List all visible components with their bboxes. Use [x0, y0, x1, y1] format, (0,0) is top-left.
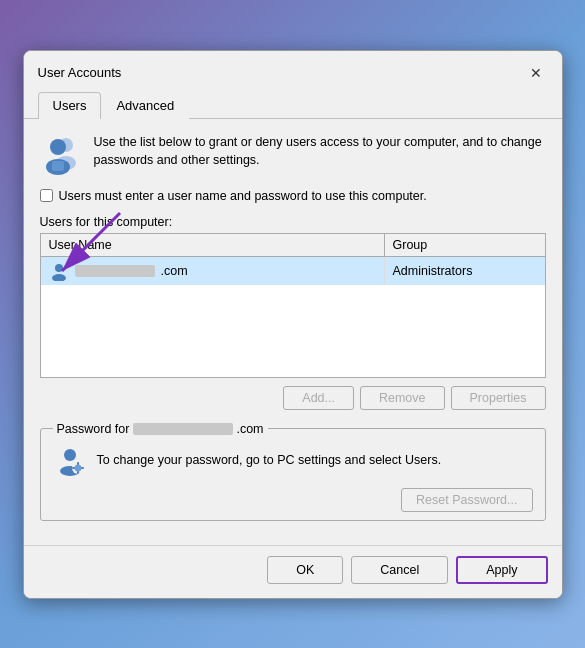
dialog-title: User Accounts — [38, 65, 122, 80]
action-buttons: Add... Remove Properties — [40, 386, 546, 410]
password-description: To change your password, go to PC settin… — [97, 452, 442, 470]
password-legend: Password for .com — [53, 422, 268, 436]
info-text: Use the list below to grant or deny user… — [94, 133, 546, 171]
checkbox-row: Users must enter a user name and passwor… — [40, 189, 546, 203]
checkbox-label: Users must enter a user name and passwor… — [59, 189, 427, 203]
tab-users[interactable]: Users — [38, 92, 102, 119]
tab-bar: Users Advanced — [24, 85, 562, 119]
add-button[interactable]: Add... — [283, 386, 354, 410]
table-body: .com Administrators — [41, 257, 545, 377]
svg-rect-16 — [81, 467, 84, 469]
tab-advanced[interactable]: Advanced — [101, 92, 189, 119]
user-table-wrapper: User Name Group .com — [40, 233, 546, 378]
properties-button[interactable]: Properties — [451, 386, 546, 410]
col-group: Group — [385, 234, 545, 256]
must-enter-password-checkbox[interactable] — [40, 189, 53, 202]
svg-rect-15 — [72, 467, 75, 469]
cell-username: .com — [41, 257, 385, 285]
reset-btn-row: Reset Password... — [53, 488, 533, 512]
table-row[interactable]: .com Administrators — [41, 257, 545, 285]
main-content: Use the list below to grant or deny user… — [24, 119, 562, 545]
svg-point-12 — [74, 464, 81, 471]
apply-button[interactable]: Apply — [456, 556, 547, 584]
title-bar: User Accounts ✕ — [24, 51, 562, 85]
svg-rect-14 — [77, 471, 79, 474]
table-header: User Name Group — [41, 234, 545, 257]
svg-point-9 — [64, 449, 76, 461]
svg-point-6 — [52, 274, 66, 281]
remove-button[interactable]: Remove — [360, 386, 445, 410]
cancel-button[interactable]: Cancel — [351, 556, 448, 584]
password-content: To change your password, go to PC settin… — [53, 444, 533, 478]
reset-password-button[interactable]: Reset Password... — [401, 488, 532, 512]
svg-point-5 — [55, 264, 63, 272]
password-username-blurred — [133, 423, 233, 435]
svg-rect-13 — [77, 462, 79, 465]
svg-point-2 — [50, 139, 66, 155]
col-username: User Name — [41, 234, 385, 256]
username-blurred — [75, 265, 155, 277]
password-prefix: Password for — [57, 422, 130, 436]
user-accounts-dialog: User Accounts ✕ Users Advanced — [23, 50, 563, 599]
svg-rect-4 — [52, 161, 64, 171]
users-icon — [40, 133, 82, 175]
close-button[interactable]: ✕ — [524, 61, 548, 85]
user-row-icon — [49, 261, 69, 281]
info-section: Use the list below to grant or deny user… — [40, 133, 546, 175]
users-for-computer-label: Users for this computer: — [40, 215, 546, 229]
password-suffix: .com — [236, 422, 263, 436]
username-suffix: .com — [161, 264, 188, 278]
ok-button[interactable]: OK — [267, 556, 343, 584]
pc-settings-icon — [53, 444, 87, 478]
user-table: User Name Group .com — [40, 233, 546, 378]
cell-group: Administrators — [385, 260, 545, 282]
password-section: Password for .com To change your pa — [40, 422, 546, 521]
footer: OK Cancel Apply — [24, 545, 562, 598]
